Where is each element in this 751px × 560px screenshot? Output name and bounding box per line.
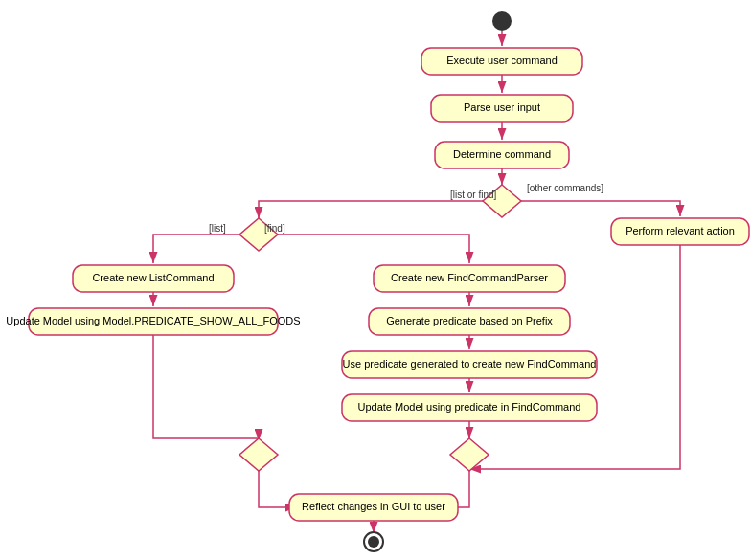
end-node-inner xyxy=(368,536,379,548)
start-node xyxy=(492,11,512,31)
execute-node-label: Execute user command xyxy=(446,55,558,66)
perform-node-label: Perform relevant action xyxy=(626,225,735,236)
findparser-node-label: Create new FindCommandParser xyxy=(391,272,548,283)
updatemodel1-node-label: Update Model using Model.PREDICATE_SHOW_… xyxy=(6,315,300,326)
label-list-or-find: [list or find] xyxy=(450,190,497,200)
listcmd-node-label: Create new ListCommand xyxy=(92,272,214,283)
updatemodel2-node-label: Update Model using predicate in FindComm… xyxy=(358,401,581,413)
label-find: [find] xyxy=(264,223,285,234)
usepred-node-label: Use predicate generated to create new Fi… xyxy=(343,358,597,370)
determine-node-label: Determine command xyxy=(453,148,551,160)
reflect-node-label: Reflect changes in GUI to user xyxy=(302,501,445,512)
genpred-node-label: Generate predicate based on Prefix xyxy=(386,315,553,326)
label-other-commands: [other commands] xyxy=(527,183,603,193)
label-list: [list] xyxy=(209,223,226,234)
activity-diagram: Execute user command Parse user input De… xyxy=(0,0,751,560)
parse-node-label: Parse user input xyxy=(464,101,540,113)
